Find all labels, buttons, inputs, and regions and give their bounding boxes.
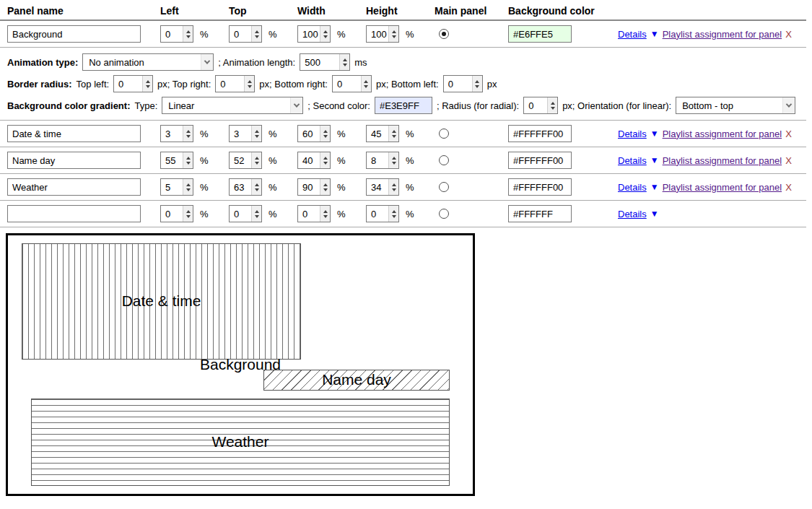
stepper-buttons-icon[interactable] xyxy=(547,97,557,113)
top-stepper[interactable]: 0 xyxy=(229,25,262,43)
panel-row-name-day: 55% 52% 40% 8% Details▼ Playlist assignm… xyxy=(0,147,806,174)
details-link[interactable]: Details xyxy=(618,29,647,40)
animation-type-select[interactable]: No animation xyxy=(82,53,214,71)
background-color-input[interactable] xyxy=(508,25,572,43)
height-stepper[interactable]: 8 xyxy=(366,152,399,169)
border-radius-top-left-stepper[interactable]: 0 xyxy=(113,75,153,92)
width-stepper[interactable]: 40 xyxy=(297,152,331,169)
stepper-buttons-icon[interactable] xyxy=(183,126,193,142)
triangle-down-icon[interactable]: ▼ xyxy=(650,155,659,165)
border-radius-bottom-right-stepper[interactable]: 0 xyxy=(332,75,372,92)
panel-name-input[interactable] xyxy=(7,178,141,196)
playlist-assignment-link[interactable]: Playlist assignment for panel xyxy=(663,155,782,166)
col-header-main-panel: Main panel xyxy=(435,5,508,17)
top-stepper[interactable]: 63 xyxy=(229,178,262,196)
col-header-background-color: Background color xyxy=(508,5,618,17)
left-stepper[interactable]: 55 xyxy=(160,152,193,169)
height-stepper[interactable]: 34 xyxy=(366,178,399,196)
remove-panel-link[interactable]: X xyxy=(785,182,792,193)
stepper-buttons-icon[interactable] xyxy=(388,26,398,42)
remove-panel-link[interactable]: X xyxy=(785,155,792,166)
stepper-buttons-icon[interactable] xyxy=(472,76,482,92)
stepper-buttons-icon[interactable] xyxy=(361,76,371,92)
animation-length-stepper[interactable]: 500 xyxy=(300,53,350,71)
border-radius-bottom-left-stepper[interactable]: 0 xyxy=(443,75,483,92)
top-stepper[interactable]: 3 xyxy=(229,125,262,142)
col-header-top: Top xyxy=(229,5,297,17)
stepper-buttons-icon[interactable] xyxy=(388,206,398,222)
panel-name-input[interactable] xyxy=(7,205,141,222)
details-link[interactable]: Details xyxy=(618,182,647,193)
stepper-buttons-icon[interactable] xyxy=(320,26,330,42)
main-panel-radio[interactable] xyxy=(439,129,449,139)
left-stepper[interactable]: 3 xyxy=(160,125,193,142)
stepper-buttons-icon[interactable] xyxy=(142,76,152,92)
stepper-buttons-icon[interactable] xyxy=(339,54,349,70)
second-color-input[interactable] xyxy=(375,97,432,114)
stepper-buttons-icon[interactable] xyxy=(320,179,330,195)
triangle-down-icon[interactable]: ▼ xyxy=(650,29,659,39)
panel-name-input[interactable] xyxy=(7,125,141,142)
gradient-radius-stepper[interactable]: 0 xyxy=(523,97,558,114)
main-panel-radio[interactable] xyxy=(439,155,449,165)
panel-name-input[interactable] xyxy=(7,25,141,43)
stepper-buttons-icon[interactable] xyxy=(251,26,261,42)
width-stepper[interactable]: 60 xyxy=(297,125,331,142)
stepper-buttons-icon[interactable] xyxy=(388,126,398,142)
background-color-input[interactable] xyxy=(508,152,572,169)
main-panel-radio[interactable] xyxy=(439,29,449,39)
stepper-buttons-icon[interactable] xyxy=(388,179,398,195)
height-stepper[interactable]: 0 xyxy=(366,205,399,222)
triangle-down-icon[interactable]: ▼ xyxy=(650,209,659,219)
background-color-input[interactable] xyxy=(508,125,572,142)
chevron-down-icon xyxy=(201,54,213,70)
triangle-down-icon[interactable]: ▼ xyxy=(650,129,659,139)
height-stepper[interactable]: 45 xyxy=(366,125,399,142)
stepper-buttons-icon[interactable] xyxy=(320,126,330,142)
panel-row-weather: 5% 63% 90% 34% Details▼ Playlist assignm… xyxy=(0,174,806,201)
background-color-input[interactable] xyxy=(508,205,572,222)
preview-panel-label: Date & time xyxy=(122,292,201,310)
stepper-buttons-icon[interactable] xyxy=(320,152,330,168)
main-panel-radio[interactable] xyxy=(439,182,449,192)
stepper-buttons-icon[interactable] xyxy=(183,206,193,222)
panel-row-empty: 0% 0% 0% 0% Details▼ xyxy=(0,201,806,227)
stepper-buttons-icon[interactable] xyxy=(251,152,261,168)
top-stepper[interactable]: 52 xyxy=(229,152,262,169)
width-stepper[interactable]: 100 xyxy=(297,25,331,43)
stepper-buttons-icon[interactable] xyxy=(183,26,193,42)
details-link[interactable]: Details xyxy=(618,209,647,219)
remove-panel-link[interactable]: X xyxy=(785,29,792,40)
panel-name-input[interactable] xyxy=(7,152,141,169)
main-panel-radio[interactable] xyxy=(439,209,449,219)
details-link[interactable]: Details xyxy=(618,155,647,166)
width-stepper[interactable]: 0 xyxy=(297,205,331,222)
top-stepper[interactable]: 0 xyxy=(229,205,262,222)
stepper-buttons-icon[interactable] xyxy=(251,179,261,195)
preview-panel-weather: Weather xyxy=(31,399,450,487)
stepper-buttons-icon[interactable] xyxy=(388,152,398,168)
triangle-down-icon[interactable]: ▼ xyxy=(650,182,659,192)
stepper-buttons-icon[interactable] xyxy=(251,126,261,142)
orientation-select[interactable]: Bottom - top xyxy=(676,97,795,114)
left-stepper[interactable]: 0 xyxy=(160,205,193,222)
remove-panel-link[interactable]: X xyxy=(785,129,792,139)
stepper-buttons-icon[interactable] xyxy=(320,206,330,222)
width-stepper[interactable]: 90 xyxy=(297,178,331,196)
border-radius-top-right-stepper[interactable]: 0 xyxy=(215,75,255,92)
preview-panel-label: Weather xyxy=(211,433,269,451)
stepper-buttons-icon[interactable] xyxy=(244,76,254,92)
playlist-assignment-link[interactable]: Playlist assignment for panel xyxy=(663,182,782,193)
playlist-assignment-link[interactable]: Playlist assignment for panel xyxy=(663,29,782,40)
stepper-buttons-icon[interactable] xyxy=(183,152,193,168)
background-color-input[interactable] xyxy=(508,178,572,196)
details-link[interactable]: Details xyxy=(618,129,647,139)
playlist-assignment-link[interactable]: Playlist assignment for panel xyxy=(663,129,782,139)
stepper-buttons-icon[interactable] xyxy=(251,206,261,222)
animation-length-unit: ms xyxy=(354,57,367,68)
height-stepper[interactable]: 100 xyxy=(366,25,399,43)
left-stepper[interactable]: 0 xyxy=(160,25,193,43)
stepper-buttons-icon[interactable] xyxy=(183,179,193,195)
left-stepper[interactable]: 5 xyxy=(160,178,193,196)
gradient-type-select[interactable]: Linear xyxy=(162,97,303,114)
